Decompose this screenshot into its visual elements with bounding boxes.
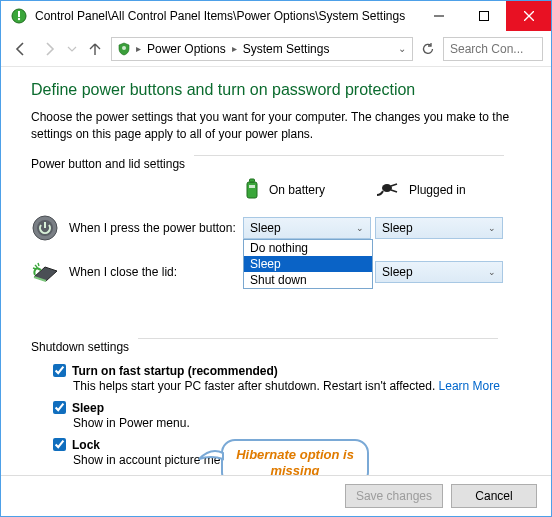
annotation-callout: Hibernate option is missing: [221, 439, 369, 475]
col-on-battery: On battery: [243, 177, 375, 204]
checkbox-sleep[interactable]: [53, 401, 66, 414]
checkbox-fast-startup[interactable]: [53, 364, 66, 377]
select-power-button-plugged[interactable]: Sleep ⌄: [375, 217, 503, 239]
group-shutdown: Shutdown settings: [31, 340, 521, 354]
refresh-button[interactable]: [417, 38, 439, 60]
column-headers: On battery Plugged in: [31, 177, 521, 204]
dropdown-option-shut-down[interactable]: Shut down: [244, 272, 372, 288]
page-subtext: Choose the power settings that you want …: [31, 109, 521, 143]
select-value: Sleep: [382, 221, 413, 235]
dropdown-option-sleep[interactable]: Sleep: [244, 256, 372, 272]
page-title: Define power buttons and turn on passwor…: [31, 81, 521, 99]
option-sleep-label: Sleep: [72, 401, 104, 415]
option-sleep: Sleep Show in Power menu.: [53, 401, 521, 430]
recent-dropdown[interactable]: [65, 37, 79, 61]
row-close-lid-label: When I close the lid:: [69, 265, 177, 279]
select-lid-plugged[interactable]: Sleep ⌄: [375, 261, 503, 283]
maximize-button[interactable]: [461, 1, 506, 31]
window: Control Panel\All Control Panel Items\Po…: [0, 0, 552, 517]
svg-line-12: [391, 184, 397, 186]
svg-rect-1: [18, 11, 20, 17]
svg-point-11: [382, 184, 392, 192]
power-button-icon: [31, 214, 59, 242]
svg-point-7: [122, 46, 126, 50]
svg-rect-8: [247, 182, 257, 198]
breadcrumb-item-power-options[interactable]: Power Options: [143, 42, 230, 56]
close-button[interactable]: [506, 1, 551, 31]
plug-icon: [375, 179, 401, 202]
learn-more-link[interactable]: Learn More: [439, 379, 500, 393]
window-title: Control Panel\All Control Panel Items\Po…: [35, 9, 416, 23]
row-power-button-label: When I press the power button:: [69, 221, 236, 235]
breadcrumb-item-system-settings[interactable]: System Settings: [239, 42, 334, 56]
shield-icon: [116, 41, 132, 57]
dropdown-option-do-nothing[interactable]: Do nothing: [244, 240, 372, 256]
option-sleep-desc: Show in Power menu.: [73, 416, 521, 430]
minimize-button[interactable]: [416, 1, 461, 31]
cancel-button[interactable]: Cancel: [451, 484, 537, 508]
breadcrumb[interactable]: ▸ Power Options ▸ System Settings ⌄: [111, 37, 413, 61]
col-on-battery-label: On battery: [269, 183, 325, 197]
save-button[interactable]: Save changes: [345, 484, 443, 508]
up-button[interactable]: [83, 37, 107, 61]
back-button[interactable]: [9, 37, 33, 61]
svg-rect-10: [249, 185, 255, 188]
select-value: Sleep: [250, 221, 281, 235]
select-power-button-battery[interactable]: Sleep ⌄ Do nothing Sleep Shut down: [243, 217, 371, 239]
footer: Save changes Cancel: [1, 475, 551, 516]
lid-icon: [31, 258, 59, 286]
chevron-right-icon[interactable]: ▸: [232, 43, 237, 54]
forward-button[interactable]: [37, 37, 61, 61]
col-plugged-in: Plugged in: [375, 179, 507, 202]
option-lock-label: Lock: [72, 438, 100, 452]
option-fast-startup-desc: This helps start your PC faster after sh…: [73, 379, 521, 393]
titlebar: Control Panel\All Control Panel Items\Po…: [1, 1, 551, 31]
chevron-down-icon: ⌄: [356, 223, 364, 233]
chevron-down-icon: ⌄: [488, 267, 496, 277]
chevron-down-icon: ⌄: [488, 223, 496, 233]
battery-icon: [243, 177, 261, 204]
content-area: Define power buttons and turn on passwor…: [1, 67, 551, 475]
chevron-down-icon[interactable]: ⌄: [398, 43, 406, 54]
svg-rect-4: [479, 12, 488, 21]
callout-tail-icon: [197, 445, 225, 465]
svg-point-2: [18, 18, 20, 20]
group-power-button-lid: Power button and lid settings: [31, 157, 521, 171]
annotation-text: Hibernate option is missing: [221, 439, 369, 475]
control-panel-icon: [9, 6, 29, 26]
select-value: Sleep: [382, 265, 413, 279]
col-plugged-in-label: Plugged in: [409, 183, 466, 197]
option-fast-startup-label: Turn on fast startup (recommended): [72, 364, 278, 378]
chevron-right-icon[interactable]: ▸: [136, 43, 141, 54]
search-input[interactable]: [443, 37, 543, 61]
navbar: ▸ Power Options ▸ System Settings ⌄: [1, 31, 551, 67]
svg-rect-9: [250, 179, 255, 182]
option-fast-startup: Turn on fast startup (recommended) This …: [53, 364, 521, 393]
checkbox-lock[interactable]: [53, 438, 66, 451]
row-power-button: When I press the power button: Sleep ⌄ D…: [31, 214, 521, 242]
svg-line-13: [391, 190, 397, 192]
dropdown-power-button-battery: Do nothing Sleep Shut down: [243, 239, 373, 289]
